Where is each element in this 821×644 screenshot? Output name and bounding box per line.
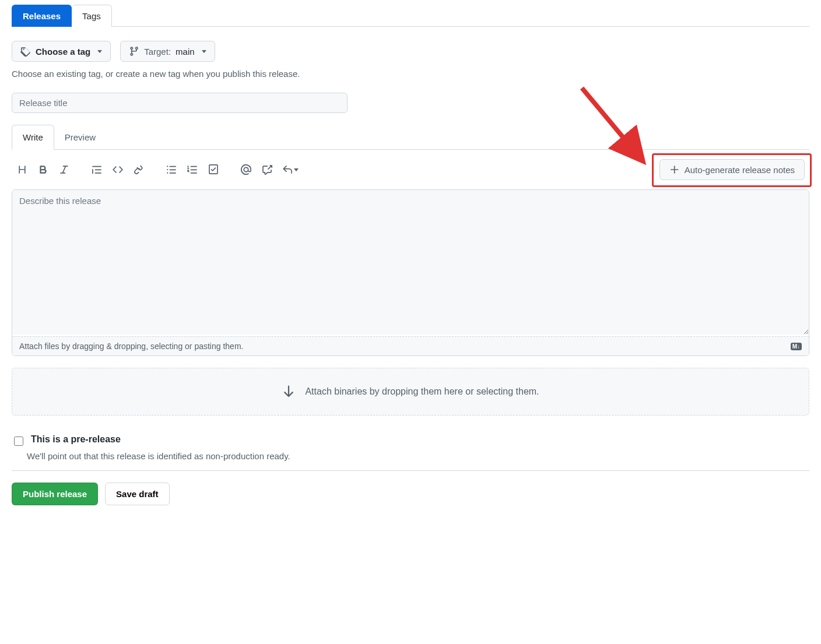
choose-tag-label: Choose a tag xyxy=(36,47,90,57)
chevron-down-icon xyxy=(294,168,299,171)
tasklist-icon[interactable] xyxy=(208,164,219,175)
editor-toolbar: Auto-generate release notes xyxy=(12,150,809,189)
auto-generate-release-notes-button[interactable]: Auto-generate release notes xyxy=(659,159,805,180)
target-key: Target: xyxy=(144,47,171,57)
attach-files-text: Attach files by dragging & dropping, sel… xyxy=(19,342,243,351)
tag-target-row: Choose a tag Target: main xyxy=(12,41,809,62)
link-icon[interactable] xyxy=(133,164,145,175)
editor-tab-preview[interactable]: Preview xyxy=(54,125,106,149)
drop-zone-text: Attach binaries by dropping them here or… xyxy=(305,386,539,397)
release-title-input[interactable] xyxy=(12,93,348,113)
tab-tags[interactable]: Tags xyxy=(72,5,112,27)
auto-generate-label: Auto-generate release notes xyxy=(685,165,795,175)
code-icon[interactable] xyxy=(112,164,124,175)
prerelease-description: We'll point out that this release is ide… xyxy=(27,451,809,461)
tag-icon xyxy=(20,46,31,57)
unordered-list-icon[interactable] xyxy=(166,164,177,175)
form-actions: Publish release Save draft xyxy=(12,483,809,505)
prerelease-label: This is a pre-release xyxy=(31,434,121,448)
publish-release-button[interactable]: Publish release xyxy=(12,483,98,505)
markdown-badge-icon: M↓ xyxy=(791,343,802,350)
plus-icon xyxy=(669,164,680,175)
mention-icon[interactable] xyxy=(240,164,252,175)
description-container: Attach files by dragging & dropping, sel… xyxy=(12,189,809,356)
releases-tags-tabnav: Releases Tags xyxy=(12,5,809,27)
reply-icon[interactable] xyxy=(282,164,299,175)
arrow-down-icon xyxy=(282,383,296,400)
chevron-down-icon xyxy=(97,50,102,53)
save-draft-button[interactable]: Save draft xyxy=(105,483,170,505)
target-value: main xyxy=(176,47,195,57)
attach-files-hint[interactable]: Attach files by dragging & dropping, sel… xyxy=(12,336,809,356)
bold-icon[interactable] xyxy=(37,164,49,175)
italic-icon[interactable] xyxy=(58,164,70,175)
prerelease-row: This is a pre-release xyxy=(12,434,809,448)
separator xyxy=(12,470,809,471)
quote-icon[interactable] xyxy=(91,164,103,175)
tag-hint-text: Choose an existing tag, or create a new … xyxy=(12,69,809,79)
cross-reference-icon[interactable] xyxy=(261,164,273,175)
tab-releases[interactable]: Releases xyxy=(12,5,72,27)
editor-tab-write[interactable]: Write xyxy=(12,125,54,150)
prerelease-checkbox[interactable] xyxy=(14,437,23,446)
choose-tag-button[interactable]: Choose a tag xyxy=(12,41,111,62)
attach-binaries-dropzone[interactable]: Attach binaries by dropping them here or… xyxy=(12,368,809,416)
ordered-list-icon[interactable] xyxy=(187,164,198,175)
editor-tabs: Write Preview xyxy=(12,125,809,150)
heading-icon[interactable] xyxy=(16,164,28,175)
release-description-textarea[interactable] xyxy=(12,190,809,335)
branch-icon xyxy=(129,46,139,57)
target-branch-button[interactable]: Target: main xyxy=(120,41,215,62)
chevron-down-icon xyxy=(202,50,206,53)
